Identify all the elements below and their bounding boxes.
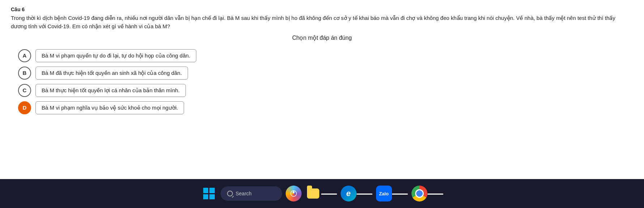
option-box-d[interactable]: Bà M vi phạm nghĩa vụ bảo vệ sức khoẻ ch… [35,101,184,114]
select-answer-label: Chọn một đáp án đúng [11,34,633,41]
search-button[interactable]: Search [221,186,282,201]
edge-active-indicator [357,194,372,195]
option-row-b: B Bà M đã thực hiện tốt quyền an sinh xã… [18,67,633,80]
windows-start-button[interactable] [201,186,217,201]
search-label: Search [236,191,252,196]
option-box-a[interactable]: Bà M vi phạm quyền tự do đi lại, tự do h… [35,49,196,62]
main-content: Câu 6 Trong thời kì dịch bệnh Covid-19 đ… [0,0,644,179]
zalo-active-indicator [392,194,408,195]
option-circle-a[interactable]: A [18,49,31,62]
copilot-svg [289,189,298,198]
option-circle-c[interactable]: C [18,84,31,97]
copilot-button[interactable] [286,186,302,201]
option-box-b[interactable]: Bà M đã thực hiện tốt quyền an sinh xã h… [35,67,188,80]
chrome-icon [411,186,427,201]
search-icon [227,191,233,196]
chrome-active-indicator [427,194,443,195]
option-row-c: C Bà M thực hiện tốt quyền lợi cá nhân c… [18,84,633,97]
question-text: Trong thời kì dịch bệnh Covid-19 đang di… [11,14,626,31]
option-circle-b[interactable]: B [18,67,31,80]
option-circle-d[interactable]: D [18,101,31,114]
zalo-button[interactable]: Zalo [376,186,408,201]
search-bar[interactable]: Search [221,186,282,201]
option-row-a: A Bà M vi phạm quyền tự do đi lại, tự do… [18,49,633,62]
copilot-icon [286,186,302,201]
zalo-icon: Zalo [376,186,392,201]
option-box-c[interactable]: Bà M thực hiện tốt quyền lợi cá nhân của… [35,84,186,97]
option-row-d: D Bà M vi phạm nghĩa vụ bảo vệ sức khoẻ … [18,101,633,114]
edge-button[interactable]: e [341,186,372,201]
chrome-button[interactable] [411,186,443,201]
active-indicator [321,194,337,195]
windows-logo-icon [201,186,217,201]
question-number: Câu 6 [11,7,633,12]
options-container: A Bà M vi phạm quyền tự do đi lại, tự do… [11,49,633,114]
file-explorer-icon [305,186,321,201]
edge-icon: e [341,186,357,201]
taskbar: Search e Zalo [0,179,644,208]
file-explorer-button[interactable] [305,186,337,201]
